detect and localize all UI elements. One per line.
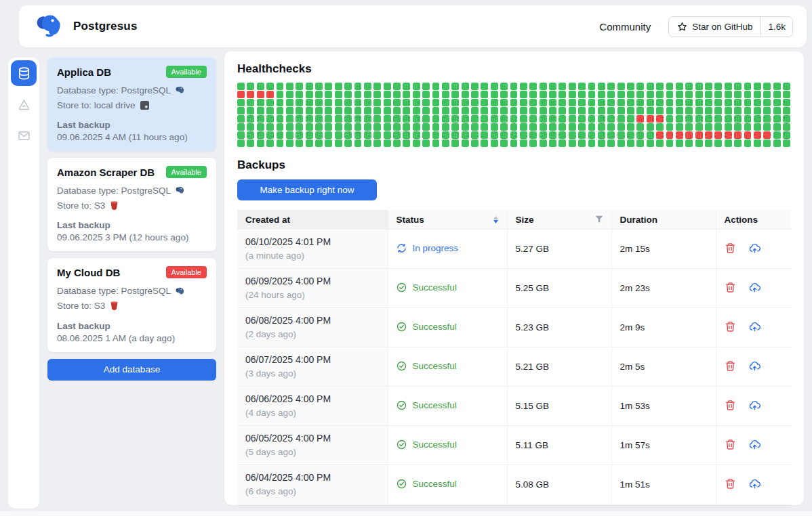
- healthcheck-cell: [588, 99, 596, 106]
- page-content: Applica DB Available Database type: Post…: [0, 47, 812, 509]
- sidebar-item-notifications[interactable]: [11, 123, 37, 148]
- database-card[interactable]: My Cloud DB Available Database type: Pos…: [47, 258, 216, 351]
- upload-backup-button[interactable]: [749, 360, 760, 372]
- backup-duration: 1m 51s: [611, 465, 716, 504]
- delete-backup-button[interactable]: [725, 400, 736, 411]
- healthcheck-cell: [335, 139, 342, 147]
- database-card[interactable]: Applica DB Available Database type: Post…: [47, 58, 216, 151]
- healthcheck-cell: [617, 107, 625, 114]
- last-backup-value: 09.06.2025 3 PM (12 hours ago): [57, 232, 207, 242]
- healthcheck-cell: [607, 99, 615, 106]
- backup-duration: 2m 23s: [611, 269, 716, 308]
- healthcheck-cell: [754, 83, 761, 90]
- column-header-created-at[interactable]: Created at: [237, 210, 388, 230]
- healthcheck-cell: [617, 115, 625, 123]
- sidebar-item-storage[interactable]: [11, 91, 37, 117]
- healthcheck-cell: [773, 139, 781, 147]
- delete-backup-button[interactable]: [725, 439, 736, 450]
- healthcheck-cell: [354, 107, 362, 114]
- healthcheck-cell: [617, 91, 625, 98]
- healthcheck-cell: [257, 131, 264, 139]
- backup-size: 5.21 GB: [507, 347, 611, 387]
- healthcheck-cell: [627, 83, 634, 90]
- healthcheck-cell: [695, 115, 703, 123]
- delete-backup-button[interactable]: [725, 321, 736, 332]
- healthcheck-cell: [237, 107, 245, 114]
- healthcheck-cell: [763, 115, 771, 123]
- healthcheck-cell: [432, 115, 440, 123]
- healthcheck-cell: [588, 139, 596, 147]
- healthcheck-cell: [451, 115, 459, 123]
- healthcheck-cell: [666, 139, 674, 147]
- delete-backup-button[interactable]: [725, 242, 736, 254]
- community-link[interactable]: Community: [599, 21, 651, 33]
- healthcheck-cell: [500, 83, 508, 90]
- healthcheck-cell: [636, 123, 644, 131]
- add-database-button[interactable]: Add database: [47, 359, 216, 381]
- healthcheck-cell: [237, 115, 245, 123]
- healthcheck-cell: [714, 123, 722, 131]
- cloud-upload-icon: [749, 478, 760, 490]
- healthcheck-cell: [754, 99, 761, 106]
- healthcheck-cell: [725, 123, 732, 131]
- filter-funnel-icon[interactable]: [595, 215, 603, 223]
- healthcheck-cell: [685, 83, 693, 90]
- upload-backup-button[interactable]: [749, 400, 760, 411]
- healthcheck-cell: [257, 107, 264, 114]
- healthcheck-cell: [744, 91, 752, 98]
- delete-backup-button[interactable]: [725, 282, 736, 293]
- trash-icon: [725, 360, 736, 372]
- github-star-button[interactable]: Star on GitHub 1.6k: [668, 16, 793, 37]
- store-label: Store to: local drive: [57, 98, 136, 113]
- make-backup-button[interactable]: Make backup right now: [237, 179, 377, 200]
- upload-backup-button[interactable]: [749, 242, 760, 254]
- healthcheck-cell: [344, 83, 352, 90]
- healthcheck-cell: [296, 131, 303, 139]
- backup-duration: 1m 53s: [611, 387, 716, 426]
- backup-created-ago: (5 days ago): [245, 446, 380, 459]
- healthcheck-cell: [763, 123, 771, 131]
- upload-backup-button[interactable]: [749, 478, 760, 490]
- column-header-size: Size: [507, 210, 611, 230]
- healthcheck-cell: [559, 115, 566, 123]
- delete-backup-button[interactable]: [725, 360, 736, 372]
- healthcheck-cell: [296, 139, 303, 147]
- healthcheck-cell: [725, 107, 732, 114]
- database-card[interactable]: Amazon Scraper DB Available Database typ…: [47, 158, 216, 251]
- healthcheck-cell: [471, 115, 479, 123]
- healthcheck-cell: [744, 99, 752, 106]
- healthcheck-cell: [578, 91, 586, 98]
- cloud-upload-icon: [749, 242, 760, 254]
- healthcheck-cell: [676, 99, 683, 106]
- sidebar-item-databases[interactable]: [11, 60, 37, 86]
- healthcheck-cell: [325, 83, 332, 90]
- upload-backup-button[interactable]: [749, 439, 760, 450]
- healthcheck-cell: [462, 131, 469, 139]
- healthcheck-cell: [617, 99, 625, 106]
- healthcheck-cell: [296, 123, 303, 131]
- healthcheck-cell: [598, 139, 605, 147]
- backup-created-ago: (24 hours ago): [245, 288, 380, 302]
- healthcheck-cell: [432, 131, 440, 139]
- healthcheck-cell: [491, 107, 498, 114]
- healthcheck-cell: [627, 139, 634, 147]
- database-name: Amazon Scraper DB: [57, 166, 155, 178]
- cloud-upload-icon: [749, 321, 760, 332]
- backup-created-at: 06/08/2025 4:00 PM: [245, 314, 380, 328]
- upload-backup-button[interactable]: [749, 321, 760, 332]
- healthcheck-cell: [306, 91, 313, 98]
- healthcheck-cell: [462, 99, 469, 106]
- healthcheck-cell: [617, 131, 625, 139]
- upload-backup-button[interactable]: [749, 282, 760, 293]
- healthcheck-cell: [578, 99, 586, 106]
- sort-carets-icon[interactable]: [493, 216, 499, 223]
- healthcheck-cell: [510, 131, 518, 139]
- healthcheck-cell: [491, 91, 498, 98]
- column-header-status[interactable]: Status: [388, 210, 507, 230]
- delete-backup-button[interactable]: [725, 478, 736, 490]
- healthcheck-cell: [403, 83, 410, 90]
- healthcheck-cell: [647, 131, 654, 139]
- healthcheck-cell: [422, 99, 430, 106]
- healthcheck-cell: [296, 91, 303, 98]
- healthcheck-cell: [647, 123, 654, 131]
